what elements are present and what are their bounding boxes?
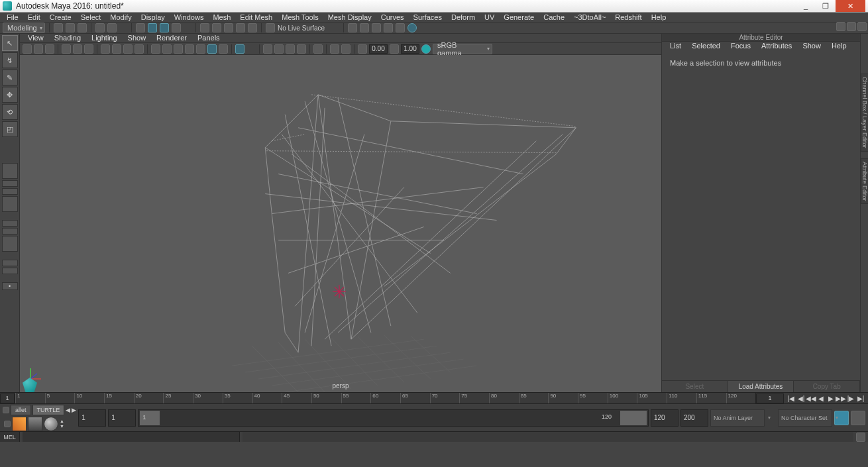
attr-menu-focus[interactable]: Focus [727, 42, 755, 51]
viewport-persp[interactable]: persp [20, 55, 661, 392]
command-input[interactable] [23, 432, 240, 442]
snap-live-icon[interactable] [248, 23, 257, 32]
close-button[interactable]: ✕ [836, 0, 865, 12]
script-editor-icon[interactable] [856, 433, 865, 442]
menu-help[interactable]: Help [647, 13, 671, 21]
step-forward-button[interactable]: ▶▶ [836, 393, 845, 403]
ssao-icon[interactable] [286, 44, 295, 54]
panel-menu-view[interactable]: View [24, 34, 48, 42]
dof-icon[interactable] [330, 44, 339, 54]
panel-menu-show[interactable]: Show [124, 34, 150, 42]
range-handle-start[interactable]: 1 [140, 411, 160, 425]
wire-on-shaded-icon[interactable] [185, 44, 194, 54]
lasso-tool[interactable]: ↯ [2, 52, 18, 68]
playback-start-field[interactable]: 1 [78, 409, 106, 427]
two-d-pan-icon[interactable] [73, 44, 82, 54]
step-back-button[interactable]: ◀◀ [806, 393, 816, 403]
exposure-field[interactable]: 0.00 [369, 44, 388, 54]
animation-end-field[interactable]: 120 [651, 409, 678, 427]
select-by-hierarchy-icon[interactable] [136, 23, 145, 32]
menu-redshift[interactable]: Redshift [611, 13, 645, 21]
menu-uv[interactable]: UV [480, 13, 498, 21]
menu-cache[interactable]: Cache [539, 13, 569, 21]
ms-aa-icon[interactable] [313, 44, 323, 54]
menu-meshdisplay[interactable]: Mesh Display [324, 13, 376, 21]
use-all-lights-icon[interactable] [207, 44, 217, 54]
attr-menu-show[interactable]: Show [798, 42, 825, 51]
current-frame-field[interactable]: 1 [756, 393, 784, 403]
menu-edit[interactable]: Edit [24, 13, 44, 21]
snap-point-icon[interactable] [224, 23, 233, 32]
panel-menu-panels[interactable]: Panels [193, 34, 224, 42]
play-reverse-button[interactable]: ◀ [816, 393, 826, 403]
menu-generate[interactable]: Generate [500, 13, 538, 21]
turtle-bake-icon[interactable] [12, 417, 27, 431]
view-transform-dropdown[interactable]: sRGB gamma [433, 44, 492, 54]
grease-pencil-icon[interactable] [84, 44, 93, 54]
motion-blur-icon[interactable] [297, 44, 306, 54]
menu-surfaces[interactable]: Surfaces [409, 13, 446, 21]
select-camera-icon[interactable] [23, 44, 32, 54]
snap-plane-icon[interactable] [236, 23, 245, 32]
start-frame-field[interactable]: 1 [0, 393, 15, 403]
gamma-icon[interactable] [390, 44, 399, 54]
scale-tool[interactable]: ◰ [2, 121, 18, 137]
hypershade-persp-layout[interactable] [2, 236, 18, 252]
menu-dtoall[interactable]: ~3DtoAll~ [570, 13, 610, 21]
select-by-object-icon[interactable] [148, 23, 157, 32]
persp-outliner-layout[interactable] [2, 220, 18, 227]
camera-attributes-icon[interactable] [34, 44, 43, 54]
attribute-editor-tab[interactable]: Attribute Editor [861, 158, 869, 205]
load-attributes-button[interactable]: Load Attributes [728, 381, 794, 392]
bookmarks-icon[interactable] [45, 44, 54, 54]
use-default-material-icon[interactable] [174, 44, 183, 54]
panel-menu-shading[interactable]: Shading [50, 34, 85, 42]
shelf-scroll-right-icon[interactable]: ▶ [72, 407, 76, 413]
save-scene-icon[interactable] [78, 23, 87, 32]
menu-windows[interactable]: Windows [170, 13, 208, 21]
undo-icon[interactable] [95, 23, 105, 32]
textured-icon[interactable] [196, 44, 205, 54]
range-handle-end[interactable] [620, 411, 647, 425]
isolate-select-icon[interactable] [235, 44, 244, 54]
menu-display[interactable]: Display [137, 13, 169, 21]
render-settings-icon[interactable] [384, 23, 393, 32]
smooth-shade-icon[interactable] [162, 44, 172, 54]
snap-grid-icon[interactable] [200, 23, 209, 32]
image-plane-icon[interactable] [62, 44, 71, 54]
shelf-options-icon[interactable] [3, 407, 9, 413]
menu-curves[interactable]: Curves [377, 13, 408, 21]
attr-menu-help[interactable]: Help [828, 42, 851, 51]
menu-meshtools[interactable]: Mesh Tools [278, 13, 322, 21]
xray-icon[interactable] [263, 44, 272, 54]
snap-curve-icon[interactable] [212, 23, 221, 32]
range-track[interactable]: 1 120 [138, 409, 649, 427]
menu-deform[interactable]: Deform [447, 13, 479, 21]
shelf-up-icon[interactable]: ▲ [60, 419, 64, 423]
minimize-button[interactable]: _ [796, 0, 816, 12]
panel-menu-renderer[interactable]: Renderer [152, 34, 191, 42]
open-scene-icon[interactable] [66, 23, 75, 32]
workspace-layout-icon[interactable] [847, 22, 856, 31]
custom-layout-1[interactable] [2, 260, 18, 266]
shadows-icon[interactable] [219, 44, 228, 54]
step-back-key-button[interactable]: ◀| [796, 393, 806, 403]
menu-mesh[interactable]: Mesh [209, 13, 235, 21]
xray-joints-icon[interactable] [274, 44, 284, 54]
paint-select-tool[interactable]: ✎ [2, 70, 18, 85]
render-frame-icon[interactable] [360, 23, 369, 32]
shelf-menu-icon[interactable] [4, 421, 11, 427]
shelf-down-icon[interactable]: ▼ [60, 424, 64, 429]
go-to-start-button[interactable]: |◀ [787, 393, 796, 403]
exposure-icon[interactable] [341, 44, 351, 54]
command-language-label[interactable]: MEL [0, 432, 20, 442]
shelf-scroll-left-icon[interactable]: ◀ [66, 407, 70, 413]
gamma-toggle-icon[interactable] [358, 44, 367, 54]
select-by-component-type-icon[interactable] [172, 23, 181, 32]
single-perspective-layout[interactable] [2, 163, 18, 179]
menu-create[interactable]: Create [46, 13, 76, 21]
ipr-render-icon[interactable] [372, 23, 381, 32]
make-live-icon[interactable] [266, 23, 275, 32]
four-view-layout[interactable] [2, 180, 18, 187]
playback-end-field[interactable]: 200 [680, 409, 708, 427]
